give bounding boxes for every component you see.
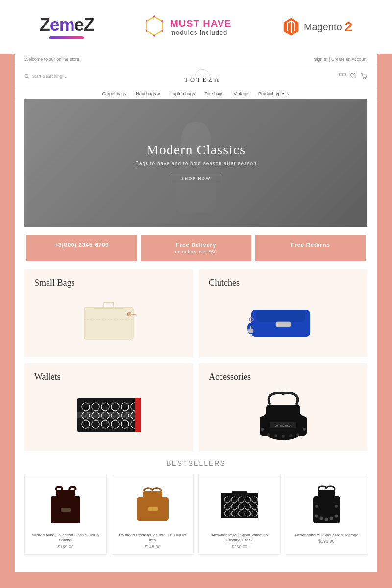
svg-rect-65	[143, 491, 162, 498]
svg-rect-84	[232, 491, 247, 494]
search-placeholder: Start Searching...	[32, 74, 66, 79]
svg-rect-51	[266, 405, 300, 418]
store-nav-bar: Start Searching... TOTEZA	[15, 65, 377, 88]
svg-rect-24	[248, 329, 253, 333]
cta-phone-button[interactable]: +3(800) 2345-6789	[26, 235, 137, 261]
store-account-links: Sign In | Create an Account	[314, 57, 368, 62]
cta-returns-button[interactable]: Free Returns	[255, 235, 366, 261]
cta-delivery-text: Free Delivery	[176, 242, 216, 248]
hero-shop-now-button[interactable]: SHOP NOW	[172, 173, 220, 184]
product-2-svg	[134, 487, 171, 523]
category-card-wallets[interactable]: Wallets	[24, 363, 193, 451]
menu-laptop-bags[interactable]: Laptop bags	[171, 91, 195, 96]
cart-icon[interactable]	[361, 73, 368, 80]
product-1-price: $189.00	[30, 544, 101, 549]
product-card-3[interactable]: Alexandrine Multi-pour Valentino Electin…	[198, 475, 281, 555]
svg-text:VALENTINO: VALENTINO	[275, 425, 292, 428]
accessories-title: Accessories	[209, 372, 358, 382]
magento-text: Magento	[304, 22, 342, 33]
svg-rect-26	[276, 322, 291, 327]
menu-handbags[interactable]: Handbags ∨	[136, 91, 161, 96]
svg-rect-25	[256, 310, 305, 322]
must-have-badge: MUST HAVE modules included	[144, 15, 231, 39]
svg-rect-66	[148, 507, 158, 511]
svg-line-8	[28, 77, 29, 79]
svg-point-93	[335, 505, 338, 508]
product-2-name: Rounded Rectangular Tote SALOMON Info	[117, 532, 189, 543]
brand-name: TOTEZA	[184, 76, 220, 84]
svg-point-88	[319, 516, 323, 520]
svg-point-89	[324, 517, 328, 521]
product-3-image	[204, 480, 275, 529]
product-2-image	[117, 480, 189, 529]
small-bags-title: Small Bags	[34, 278, 183, 288]
product-grid: Mildred Anne Collection Classic Luxury S…	[24, 475, 368, 555]
svg-point-5	[146, 30, 147, 32]
svg-rect-68	[221, 493, 258, 518]
logo-z1: Z	[40, 15, 50, 35]
wishlist-icon[interactable]	[350, 74, 357, 79]
svg-rect-62	[56, 490, 75, 498]
svg-rect-63	[61, 508, 71, 512]
svg-point-58	[282, 435, 285, 438]
store-mockup: Welcome to our online store! Sign In | C…	[15, 54, 377, 572]
small-bags-image	[34, 293, 183, 348]
bestsellers-section: Bestsellers Mildred Anne Collection Clas…	[24, 459, 368, 555]
menu-product-types[interactable]: Product types ∨	[258, 91, 290, 96]
menu-tote-bags[interactable]: Tote bags	[205, 91, 224, 96]
product-4-image	[291, 480, 363, 529]
clutches-image	[209, 293, 358, 348]
brand-arc	[195, 69, 210, 76]
wallets-image	[34, 387, 183, 442]
must-have-icon	[144, 15, 165, 37]
cta-delivery-button[interactable]: Free Delivery on orders over $60	[141, 235, 251, 261]
hero-banner: Modern Classics Bags to have and to hold…	[24, 99, 368, 227]
svg-rect-16	[84, 307, 133, 339]
must-have-text2: modules included	[170, 29, 231, 36]
small-bags-svg	[74, 297, 143, 344]
svg-point-56	[267, 433, 270, 436]
svg-point-91	[334, 514, 338, 517]
logo-em: em	[50, 15, 74, 35]
svg-point-55	[303, 428, 306, 431]
zemez-logo: Z em eZ	[40, 15, 94, 39]
menu-carpet-bags[interactable]: Carpet bags	[102, 91, 126, 96]
store-search[interactable]: Start Searching...	[24, 74, 66, 79]
product-card-2[interactable]: Rounded Rectangular Tote SALOMON Info $1…	[112, 475, 194, 555]
menu-vintage[interactable]: Vintage	[234, 91, 248, 96]
must-have-text1: MUST HAVE	[170, 18, 231, 29]
category-grid: Small Bags Clutches	[24, 269, 368, 451]
svg-point-3	[161, 30, 163, 32]
product-4-price: $195.00	[291, 539, 363, 544]
svg-rect-48	[135, 398, 141, 432]
product-1-svg	[49, 484, 83, 526]
compare-icon[interactable]	[339, 74, 346, 79]
svg-rect-17	[127, 312, 131, 316]
cta-delivery-sub: on orders over $60	[146, 249, 246, 254]
svg-point-2	[161, 20, 163, 22]
hero-title: Modern Classics	[135, 142, 256, 158]
svg-rect-10	[343, 74, 346, 76]
category-card-clutches[interactable]: Clutches	[199, 269, 368, 357]
category-card-small-bags[interactable]: Small Bags	[24, 269, 193, 357]
svg-point-4	[153, 35, 155, 37]
svg-point-60	[296, 433, 299, 436]
clutches-svg	[246, 297, 320, 344]
logo-ez: eZ	[74, 15, 94, 35]
category-card-accessories[interactable]: Accessories VALENTINO	[199, 363, 368, 451]
svg-point-1	[153, 15, 155, 17]
svg-point-54	[261, 428, 264, 431]
clutches-title: Clutches	[209, 278, 358, 288]
product-card-1[interactable]: Mildred Anne Collection Classic Luxury S…	[24, 475, 107, 555]
bestsellers-title: Bestsellers	[24, 459, 368, 467]
product-1-name: Mildred Anne Collection Classic Luxury S…	[30, 532, 101, 543]
svg-point-92	[315, 505, 318, 508]
product-1-image	[30, 480, 101, 529]
product-card-4[interactable]: Alexandrine Multi-pour Mad Heritage $195…	[286, 475, 368, 555]
svg-point-87	[315, 514, 318, 517]
svg-point-57	[274, 434, 277, 437]
magento-logo: Magento 2	[281, 17, 352, 37]
hero-content: Modern Classics Bags to have and to hold…	[135, 142, 256, 184]
cta-phone-text: +3(800) 2345-6789	[54, 242, 109, 248]
svg-point-6	[146, 20, 147, 22]
